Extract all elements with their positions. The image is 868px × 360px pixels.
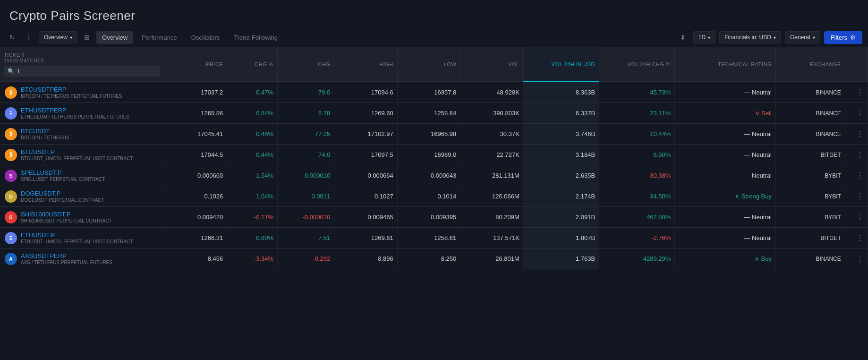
grid-view-button[interactable]: ⊞ bbox=[80, 31, 94, 44]
row-more-button-6[interactable]: ⋮ bbox=[845, 207, 868, 228]
rating-cell-1: ∨ Sell bbox=[675, 103, 776, 124]
tab-oscillators[interactable]: Oscillators bbox=[186, 31, 226, 44]
more-icon-6[interactable]: ⋮ bbox=[856, 213, 864, 222]
col-header-low[interactable]: LOW bbox=[397, 47, 460, 82]
more-icon-5[interactable]: ⋮ bbox=[856, 192, 864, 201]
chg-cell-2: 77.25 bbox=[278, 124, 334, 145]
row-more-button-4[interactable]: ⋮ bbox=[845, 165, 868, 186]
ticker-name-6[interactable]: SHIB1000USDT.P bbox=[21, 211, 112, 218]
more-icon-8[interactable]: ⋮ bbox=[856, 254, 864, 263]
table-row: Ξ ETHUSDT.P ETHUSDT_UMCBL PERPETUAL USDT… bbox=[0, 228, 868, 249]
exchange-cell-0: BINANCE bbox=[775, 82, 845, 103]
high-cell-5: 0.1027 bbox=[334, 186, 398, 207]
more-icon-4[interactable]: ⋮ bbox=[856, 171, 864, 180]
layout-dropdown-button[interactable]: Overview ▾ bbox=[39, 31, 77, 43]
chg-cell-1: 6.78 bbox=[278, 103, 334, 124]
period-dropdown-button[interactable]: 1D ▾ bbox=[693, 31, 715, 43]
search-input[interactable] bbox=[18, 68, 65, 75]
download-button[interactable]: ⬇ bbox=[676, 31, 689, 44]
more-icon-1[interactable]: ⋮ bbox=[856, 109, 864, 118]
tab-performance[interactable]: Performance bbox=[136, 31, 182, 44]
chg-cell-5: 0.0011 bbox=[278, 186, 334, 207]
vol24h-cell-7: 1.807B bbox=[523, 228, 599, 249]
rating-cell-5: ∧ Strong Buy bbox=[675, 186, 776, 207]
page-title: Crypto Pairs Screener bbox=[9, 9, 859, 23]
ticker-name-2[interactable]: BTCUSDT bbox=[21, 128, 69, 135]
chgpct-cell-3: 0.44% bbox=[227, 145, 278, 165]
col-header-chgpct[interactable]: CHG % bbox=[227, 47, 278, 82]
ticker-name-8[interactable]: AXSUSDTPERP bbox=[21, 252, 112, 259]
chgpct-cell-4: 1.54% bbox=[227, 165, 278, 186]
col-header-more[interactable]: ⋮ bbox=[845, 47, 868, 82]
col-header-vol24h[interactable]: VOL 24H IN USD bbox=[523, 47, 599, 82]
vol24hchg-cell-8: 4289.29% bbox=[599, 249, 675, 269]
vol-cell-2: 30.37K bbox=[460, 124, 524, 145]
row-more-button-8[interactable]: ⋮ bbox=[845, 249, 868, 269]
price-cell-0: 17037.2 bbox=[164, 82, 227, 103]
chg-cell-3: 74.0 bbox=[278, 145, 334, 165]
row-more-button-5[interactable]: ⋮ bbox=[845, 186, 868, 207]
row-more-button-2[interactable]: ⋮ bbox=[845, 124, 868, 145]
low-cell-1: 1258.64 bbox=[397, 103, 460, 124]
high-cell-3: 17097.5 bbox=[334, 145, 398, 165]
col-header-exchange[interactable]: EXCHANGE bbox=[775, 47, 845, 82]
exchange-cell-2: BINANCE bbox=[775, 124, 845, 145]
ticker-name-4[interactable]: SPELLUSDT.P bbox=[21, 169, 105, 176]
more-icon-7[interactable]: ⋮ bbox=[856, 233, 864, 242]
exchange-cell-4: BYBIT bbox=[775, 165, 845, 186]
ticker-cell-7: Ξ ETHUSDT.P ETHUSDT_UMCBL PERPETUAL USDT… bbox=[0, 228, 164, 249]
col-header-chg[interactable]: CHG bbox=[278, 47, 334, 82]
col-header-vol24hchg[interactable]: VOL 24H CHG % bbox=[599, 47, 675, 82]
row-more-button-7[interactable]: ⋮ bbox=[845, 228, 868, 249]
chevron-down-icon: ▾ bbox=[708, 35, 710, 40]
high-cell-0: 17094.6 bbox=[334, 82, 398, 103]
tab-overview[interactable]: Overview bbox=[96, 31, 133, 44]
price-cell-6: 0.009420 bbox=[164, 207, 227, 228]
vol24hchg-cell-2: 10.44% bbox=[599, 124, 675, 145]
tab-trend-following[interactable]: Trend-Following bbox=[228, 31, 283, 44]
low-cell-0: 16957.8 bbox=[397, 82, 460, 103]
price-cell-7: 1266.31 bbox=[164, 228, 227, 249]
chg-cell-8: -0.292 bbox=[278, 249, 334, 269]
ticker-desc-8: AXS / TETHERUS PERPETUAL FUTURES bbox=[21, 260, 112, 265]
ticker-name-1[interactable]: ETHUSDTPERP bbox=[21, 107, 129, 114]
chgpct-cell-0: 0.47% bbox=[227, 82, 278, 103]
ticker-name-5[interactable]: DOGEUSDT.P bbox=[21, 190, 104, 197]
coin-icon-8: A bbox=[5, 253, 17, 265]
high-cell-1: 1269.60 bbox=[334, 103, 398, 124]
col-header-vol[interactable]: VOL bbox=[460, 47, 524, 82]
ticker-name-0[interactable]: BTCUSDTPERP bbox=[21, 86, 122, 93]
chgpct-cell-7: 0.60% bbox=[227, 228, 278, 249]
row-more-button-1[interactable]: ⋮ bbox=[845, 103, 868, 124]
vol24h-cell-2: 3.746B bbox=[523, 124, 599, 145]
vol24hchg-cell-4: -30.38% bbox=[599, 165, 675, 186]
ticker-name-3[interactable]: BTCUSDT.P bbox=[21, 148, 133, 155]
refresh-button[interactable]: ↻ bbox=[6, 31, 19, 44]
row-more-button-0[interactable]: ⋮ bbox=[845, 82, 868, 103]
ticker-cell-3: ₿ BTCUSDT.P BTCUSDT_UMCBL PERPETUAL USDT… bbox=[0, 145, 164, 165]
coin-icon-0: ₿ bbox=[5, 86, 17, 99]
chgpct-cell-1: 0.54% bbox=[227, 103, 278, 124]
ticker-desc-0: BITCOIN / TETHERUS PERPETUAL FUTURES bbox=[21, 94, 122, 99]
vol24hchg-cell-1: 23.11% bbox=[599, 103, 675, 124]
col-header-ticker[interactable]: TICKER 15428 MATCHES 🔍 bbox=[0, 47, 164, 82]
chg-cell-7: 7.51 bbox=[278, 228, 334, 249]
rating-cell-2: — Neutral bbox=[675, 124, 776, 145]
more-icon-3[interactable]: ⋮ bbox=[856, 150, 864, 159]
low-cell-3: 16969.0 bbox=[397, 145, 460, 165]
ticker-name-7[interactable]: ETHUSDT.P bbox=[21, 231, 133, 239]
col-header-price[interactable]: PRICE bbox=[164, 47, 227, 82]
exchange-cell-8: BINANCE bbox=[775, 249, 845, 269]
filters-button[interactable]: Filters ⚙ bbox=[824, 31, 862, 44]
financials-dropdown-button[interactable]: Financials in: USD ▾ bbox=[719, 31, 781, 43]
row-more-button-3[interactable]: ⋮ bbox=[845, 145, 868, 165]
coin-icon-5: D bbox=[5, 190, 17, 203]
col-header-rating[interactable]: TECHNICAL RATING bbox=[675, 47, 776, 82]
exchange-cell-3: BITGET bbox=[775, 145, 845, 165]
more-options-button[interactable]: ⋮ bbox=[22, 31, 36, 44]
general-dropdown-button[interactable]: General ▾ bbox=[785, 31, 820, 43]
more-icon-2[interactable]: ⋮ bbox=[856, 129, 864, 138]
more-icon-0[interactable]: ⋮ bbox=[856, 88, 864, 97]
price-cell-1: 1265.86 bbox=[164, 103, 227, 124]
col-header-high[interactable]: HIGH bbox=[334, 47, 398, 82]
